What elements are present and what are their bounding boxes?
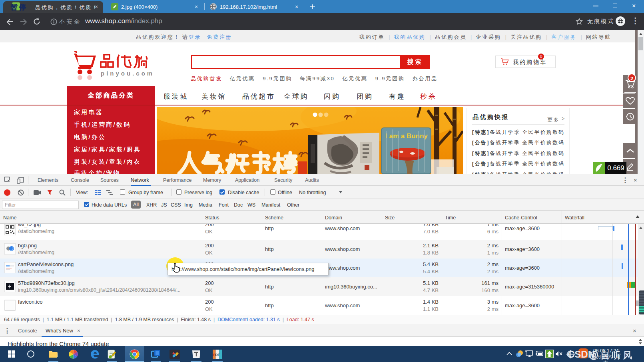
svg-text:I am a Bunny: I am a Bunny [385, 132, 428, 140]
svg-text:DF: DF [215, 353, 220, 357]
